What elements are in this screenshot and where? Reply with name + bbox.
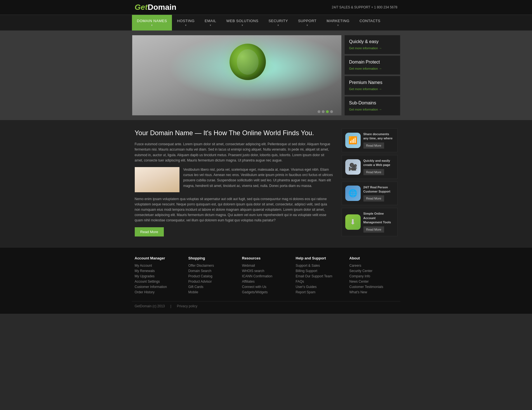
sidebar-card-3: ⬇Simple Online AccountManagement ToolsRe…: [342, 208, 398, 236]
nav-item-email[interactable]: EMAIL▼: [200, 15, 221, 31]
nav-item-marketing[interactable]: MARKETING▼: [321, 15, 354, 31]
footer-link[interactable]: Domain Search: [188, 269, 237, 273]
hero-card-title: Premium Names: [349, 80, 396, 85]
logo[interactable]: GetDomain: [135, 3, 176, 12]
nav-item-support[interactable]: SUPPORT▼: [293, 15, 321, 31]
hero-card-more-link[interactable]: Get more information: [349, 67, 382, 70]
hero-dot-0[interactable]: [318, 110, 320, 113]
nav-inner: DOMAIN NAMES▼HOSTING▼EMAIL▼WEB SOLUTIONS…: [132, 15, 400, 31]
footer-link[interactable]: Mobile: [188, 290, 237, 294]
footer-link[interactable]: Email Our Support Team: [296, 274, 344, 278]
sidebar-card-text-2: 24/7 Real PersonCustomer SupportRead Mor…: [363, 185, 394, 202]
hero-card-title: Domain Protect: [349, 60, 396, 65]
footer-link[interactable]: Affiliates: [242, 280, 290, 284]
footer-link[interactable]: ICANN Confirmation: [242, 274, 290, 278]
sidebar-card-title: Quickly and easilycreate a Web page: [363, 159, 394, 167]
hero-card-more-link[interactable]: Get more information: [349, 87, 382, 91]
nav-item-web-solutions[interactable]: WEB SOLUTIONS▼: [221, 15, 264, 31]
footer-link[interactable]: Product Advisor: [188, 280, 237, 284]
footer-link[interactable]: Billing Support: [296, 269, 344, 273]
footer-link[interactable]: Company Info: [349, 274, 398, 278]
footer-link[interactable]: Gadgets/Widgets: [242, 290, 290, 294]
footer-col-2: ResourcesWebmailWHOIS searchICANN Confir…: [242, 256, 290, 296]
footer-link[interactable]: Careers: [349, 264, 398, 268]
sidebar-read-button-3[interactable]: Read More: [363, 226, 384, 233]
nav-item-domain-names[interactable]: DOMAIN NAMES▼: [132, 15, 172, 31]
footer-link[interactable]: Customer Information: [135, 285, 183, 289]
footer-link[interactable]: Customer Testimonials: [349, 285, 398, 289]
content-para1: Fusce euismod consequat ante. Lorem ipsu…: [135, 142, 333, 163]
footer-col-heading: Help and Support: [296, 256, 344, 260]
sidebar-card-title: Simple Online AccountManagement Tools: [363, 212, 394, 224]
footer-col-3: Help and SupportSupport & SalesBilling S…: [296, 256, 344, 296]
main-section: Your Domain Name — It's How The Online W…: [0, 120, 532, 248]
hero-dot-1[interactable]: [322, 110, 325, 113]
footer-link[interactable]: User's Guides: [296, 285, 344, 289]
chevron-down-icon: ▼: [277, 24, 279, 27]
nav-item-contacts[interactable]: CONTACTS: [354, 15, 386, 31]
hero-card-title: Quickly & easy: [349, 39, 396, 44]
footer-link[interactable]: Order History: [135, 290, 183, 294]
wifi-icon: 📶: [345, 133, 361, 148]
footer-link[interactable]: Security Center: [349, 269, 398, 273]
hero-card-2[interactable]: Premium NamesGet more information: [344, 76, 400, 95]
footer-link[interactable]: Webmail: [242, 264, 290, 268]
hero-card-more-link[interactable]: Get more information: [349, 46, 382, 50]
hero-dot-2[interactable]: [326, 110, 329, 113]
hero-section: Quickly & easyGet more informationDomain…: [132, 32, 400, 118]
sidebar-card-title: Share documentsany time, any where: [363, 132, 394, 141]
footer-copyright: GetDomain (c) 2013: [135, 304, 165, 308]
content-area: Your Domain Name — It's How The Online W…: [135, 128, 333, 236]
sidebar-read-button-0[interactable]: Read More: [363, 142, 384, 149]
chevron-down-icon: ▼: [209, 24, 212, 27]
hero-card-0[interactable]: Quickly & easyGet more information: [344, 35, 400, 54]
chevron-down-icon: ▼: [151, 24, 153, 27]
header: GetDomain 24/7 SALES & SUPPORT + 1 800 2…: [0, 0, 532, 15]
chevron-down-icon: ▼: [241, 24, 243, 27]
nav-item-hosting[interactable]: HOSTING▼: [172, 15, 200, 31]
footer-col-4: AboutCareersSecurity CenterCompany InfoN…: [349, 256, 398, 296]
footer-link[interactable]: Gift Cards: [188, 285, 237, 289]
footer-link[interactable]: Product Catalog: [188, 274, 237, 278]
hero-dot-3[interactable]: [330, 110, 333, 113]
content-para2: Vestibulum libero nisl, porta vel, scele…: [183, 167, 333, 189]
sidebar-read-button-2[interactable]: Read More: [363, 195, 384, 202]
hero-card-1[interactable]: Domain ProtectGet more information: [344, 55, 400, 75]
nav-label: SUPPORT: [298, 19, 316, 23]
footer-link[interactable]: Account Settings: [135, 280, 183, 284]
footer-bottom: GetDomain (c) 2013 | Privacy policy: [132, 301, 400, 308]
footer-link[interactable]: Offer Disclaimers: [188, 264, 237, 268]
sidebar-card-text-0: Share documentsany time, any whereRead M…: [363, 132, 394, 149]
hero-card-more-link[interactable]: Get more information: [349, 108, 382, 111]
footer-link[interactable]: Connect with Us: [242, 285, 290, 289]
footer-link[interactable]: Support & Sales: [296, 264, 344, 268]
footer-link[interactable]: My Account: [135, 264, 183, 268]
logo-domain: Domain: [148, 3, 176, 11]
nav-label: MARKETING: [327, 19, 349, 23]
footer-privacy[interactable]: Privacy policy: [177, 304, 197, 308]
content-heading: Your Domain Name — It's How The Online W…: [135, 128, 333, 137]
hero-card-title: Sub-Domains: [349, 100, 396, 106]
hero-image: [132, 35, 342, 116]
content-para3: Nemo enim ipsam voluptatem qua voluptas …: [135, 196, 333, 223]
footer-link[interactable]: My Renewals: [135, 269, 183, 273]
footer-link[interactable]: WHOIS search: [242, 269, 290, 273]
nav-label: CONTACTS: [360, 19, 380, 23]
footer-link[interactable]: News Center: [349, 280, 398, 284]
footer-link[interactable]: What's New: [349, 290, 398, 294]
sidebar-card-1: 🎥Quickly and easilycreate a Web pageRead…: [342, 155, 398, 179]
sidebar-read-button-1[interactable]: Read More: [363, 169, 384, 175]
hero-sidebar: Quickly & easyGet more informationDomain…: [344, 35, 400, 116]
arrow-icon: ⬇: [345, 214, 361, 230]
footer-link[interactable]: My Upgrades: [135, 274, 183, 278]
logo-get: Get: [135, 3, 148, 11]
footer-col-1: ShoppingOffer DisclaimersDomain SearchPr…: [188, 256, 237, 296]
nav-item-security[interactable]: SECURITY▼: [263, 15, 293, 31]
footer-link[interactable]: FAQs: [296, 280, 344, 284]
sidebar-card-text-1: Quickly and easilycreate a Web pageRead …: [363, 159, 394, 175]
footer-link[interactable]: Report Spam: [296, 290, 344, 294]
footer-inner: Account ManagerMy AccountMy RenewalsMy U…: [132, 256, 400, 296]
read-more-button[interactable]: Read More: [135, 227, 164, 236]
chevron-down-icon: ▼: [185, 24, 187, 27]
hero-card-3[interactable]: Sub-DomainsGet more information: [344, 96, 400, 116]
